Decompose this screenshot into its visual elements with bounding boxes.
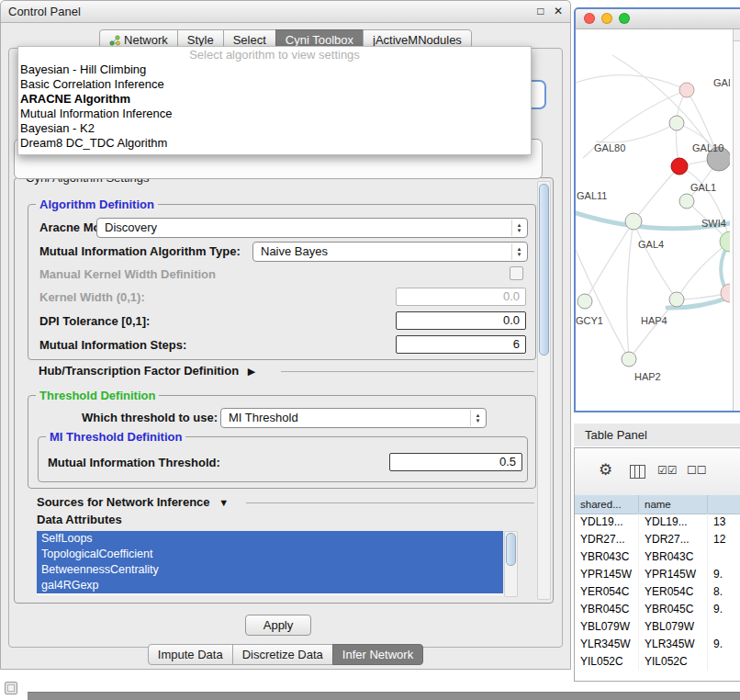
table-cell: YIL052C bbox=[575, 653, 639, 671]
table-cell: YER054C bbox=[575, 583, 639, 601]
network-node-pink[interactable] bbox=[679, 83, 694, 97]
table-cell: 9. bbox=[708, 601, 740, 618]
expanded-arrow-icon[interactable]: ▼ bbox=[219, 497, 229, 508]
network-canvas[interactable]: GALGAL80GAL10GAL11GAL1SWI4GAL4GCY1HAP4HA… bbox=[576, 29, 740, 411]
attribute-item-selfloops[interactable]: SelfLoops bbox=[37, 531, 503, 547]
table-row[interactable]: YIL052CYIL052C bbox=[575, 653, 740, 671]
sources-section[interactable]: Sources for Network Inference ▼ bbox=[37, 495, 229, 509]
table-row[interactable]: YPR145WYPR145W9. bbox=[575, 566, 740, 583]
network-node-red[interactable] bbox=[671, 158, 688, 175]
mi-threshold-definition-group: MI Threshold Definition Mutual Informati… bbox=[38, 436, 528, 482]
kernel-width-label: Kernel Width (0,1): bbox=[39, 290, 145, 304]
float-window-icon[interactable]: □ bbox=[537, 5, 544, 17]
node-label-gal1: GAL1 bbox=[690, 182, 716, 193]
table-row[interactable]: YBR045CYBR045C9. bbox=[575, 601, 740, 618]
table-row[interactable]: YBR043CYBR043C bbox=[575, 548, 740, 566]
table-cell: YBR043C bbox=[639, 548, 708, 566]
network-node-green[interactable] bbox=[679, 194, 694, 209]
aracne-mode-combobox[interactable]: Discovery ▴▾ bbox=[96, 218, 528, 238]
attributes-scrollbar-track[interactable] bbox=[504, 531, 518, 597]
checked-boxes-icon[interactable]: ☑☑ bbox=[657, 464, 678, 477]
node-label-swi4: SWI4 bbox=[701, 218, 726, 229]
tab-label: Infer Network bbox=[342, 648, 413, 661]
control-panel-titlebar: Control Panel □ ✕ bbox=[1, 1, 570, 23]
table-row[interactable]: YDR27...YDR27...12 bbox=[575, 531, 740, 548]
kernel-width-field[interactable]: 0.0 bbox=[396, 288, 526, 306]
table-header-row: shared...name bbox=[575, 495, 740, 514]
table-body: YDL19...YDL19...13YDR27...YDR27...12YBR0… bbox=[575, 514, 740, 681]
collapsed-arrow-icon[interactable]: ▶ bbox=[248, 366, 255, 377]
which-threshold-value: MI Threshold bbox=[229, 409, 298, 427]
tab-discretize-data[interactable]: Discretize Data bbox=[232, 644, 333, 665]
close-window-icon[interactable] bbox=[584, 13, 595, 24]
network-node-green[interactable] bbox=[625, 213, 642, 230]
network-edge[interactable] bbox=[585, 221, 633, 301]
zoom-window-icon[interactable] bbox=[619, 13, 630, 24]
minimize-window-icon[interactable] bbox=[601, 13, 612, 24]
mi-algorithm-type-combobox[interactable]: Naive Bayes ▴▾ bbox=[252, 242, 528, 262]
hub-definition-label: Hub/Transcription Factor Definition bbox=[39, 364, 239, 378]
node-label-gal10: GAL10 bbox=[692, 142, 723, 153]
which-threshold-combobox[interactable]: MI Threshold ▴▾ bbox=[220, 408, 487, 428]
algorithm-option-bayesian-hill-climbing[interactable]: Bayesian - Hill Climbing bbox=[18, 62, 531, 77]
table-row[interactable]: YBL079WYBL079W bbox=[575, 618, 740, 636]
algorithm-option-mutual-information-inference[interactable]: Mutual Information Inference bbox=[18, 107, 531, 121]
combo-arrows-icon: ▴▾ bbox=[470, 410, 485, 426]
columns-icon[interactable] bbox=[630, 465, 645, 479]
close-panel-icon[interactable]: ✕ bbox=[554, 5, 563, 17]
settings-scrollbar-thumb[interactable] bbox=[539, 184, 549, 356]
manual-kernel-width-checkbox[interactable] bbox=[510, 266, 523, 280]
algorithm-option-bayesian-k2[interactable]: Bayesian - K2 bbox=[18, 121, 531, 136]
algorithm-option-basic-correlation-inference[interactable]: Basic Correlation Inference bbox=[18, 77, 531, 92]
table-cell: YPR145W bbox=[575, 566, 639, 583]
attribute-item-topologicalcoefficient[interactable]: TopologicalCoefficient bbox=[37, 547, 503, 562]
network-node-green[interactable] bbox=[622, 352, 636, 367]
network-edge[interactable] bbox=[627, 221, 633, 359]
table-row[interactable]: YDL19...YDL19...13 bbox=[575, 514, 740, 531]
table-cell: YBR043C bbox=[575, 548, 639, 566]
network-edge[interactable] bbox=[576, 75, 687, 90]
bottom-panel-edge bbox=[28, 692, 740, 700]
minimized-panel-icon[interactable] bbox=[5, 682, 17, 694]
tab-impute-data[interactable]: Impute Data bbox=[148, 644, 233, 665]
table-cell: YBR045C bbox=[575, 601, 639, 618]
dpi-tolerance-label: DPI Tolerance [0,1]: bbox=[39, 314, 150, 328]
hub-definition-section[interactable]: Hub/Transcription Factor Definition ▶ bbox=[39, 364, 255, 378]
attribute-item-betweennesscentrality[interactable]: BetweennessCentrality bbox=[37, 562, 503, 578]
network-node-green[interactable] bbox=[669, 116, 684, 130]
sources-section-label: Sources for Network Inference bbox=[37, 495, 210, 509]
tab-infer-network[interactable]: Infer Network bbox=[332, 644, 423, 665]
apply-button[interactable]: Apply bbox=[245, 615, 311, 636]
table-cell: 9. bbox=[708, 566, 740, 583]
column-header-name[interactable]: name bbox=[639, 495, 708, 514]
network-edge[interactable] bbox=[596, 123, 677, 142]
network-edge[interactable] bbox=[633, 221, 677, 299]
tab-label: Cyni Toolbox bbox=[286, 33, 353, 47]
node-label-hap2: HAP2 bbox=[634, 371, 661, 382]
mi-algorithm-type-label: Mutual Information Algorithm Type: bbox=[39, 244, 241, 258]
attribute-item-gal4rgexp[interactable]: gal4RGexp bbox=[37, 578, 503, 593]
mi-threshold-field[interactable]: 0.5 bbox=[389, 453, 522, 471]
table-cell: YIL052C bbox=[639, 653, 708, 671]
settings-gear-icon[interactable]: ⚙ bbox=[599, 461, 612, 480]
network-scrollbar-corner bbox=[733, 29, 740, 41]
algorithm-option-dream8-dc-tdc-algorithm[interactable]: Dream8 DC_TDC Algorithm bbox=[18, 136, 531, 151]
unchecked-boxes-icon[interactable]: ☐☐ bbox=[687, 464, 707, 477]
attributes-scrollbar-thumb[interactable] bbox=[506, 533, 516, 566]
column-header-shared[interactable]: shared... bbox=[575, 495, 639, 514]
network-vertical-scrollbar[interactable] bbox=[733, 29, 740, 411]
mi-steps-field[interactable]: 6 bbox=[396, 335, 526, 354]
network-edge[interactable] bbox=[633, 166, 679, 221]
node-label-gal80: GAL80 bbox=[594, 142, 625, 153]
tab-label: Style bbox=[187, 33, 214, 47]
dpi-tolerance-field[interactable]: 0.0 bbox=[396, 311, 526, 330]
column-header-extra[interactable] bbox=[708, 495, 740, 514]
table-row[interactable]: YLR345WYLR345W9. bbox=[575, 636, 740, 653]
mi-algorithm-type-value: Naive Bayes bbox=[261, 243, 328, 261]
settings-scrollbar-track[interactable] bbox=[537, 181, 551, 600]
control-panel-window: Control Panel □ ✕ NetworkStyleSelectCyni… bbox=[0, 0, 571, 670]
network-node-green[interactable] bbox=[669, 292, 684, 307]
network-node-green[interactable] bbox=[577, 294, 592, 309]
table-row[interactable]: YER054CYER054C8. bbox=[575, 583, 740, 601]
algorithm-option-aracne-algorithm[interactable]: ARACNE Algorithm bbox=[18, 92, 531, 107]
